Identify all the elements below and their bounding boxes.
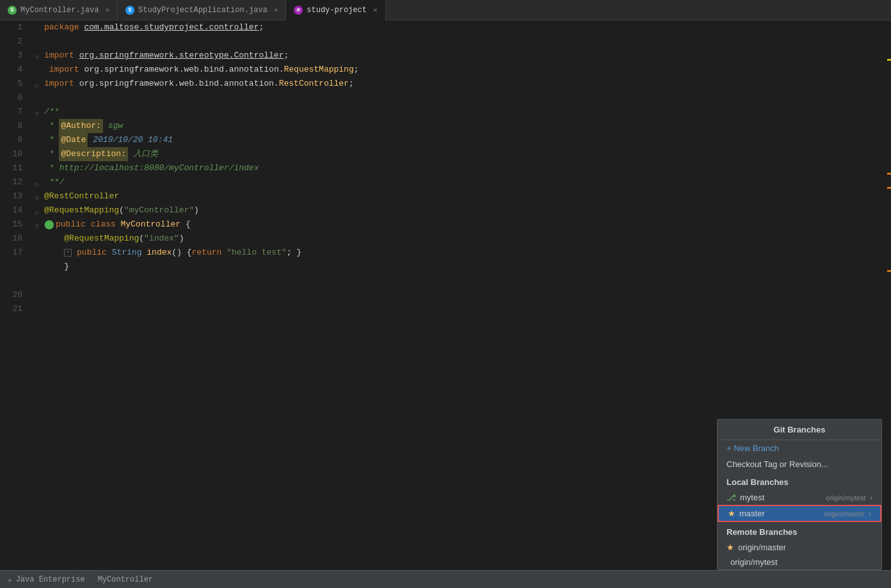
checkout-tag-button[interactable]: Checkout Tag or Revision... — [718, 456, 881, 472]
code-line-12: ▷ **/ — [35, 175, 882, 189]
code-line-10: * @Description: 入口类 — [35, 147, 882, 161]
tab-icon-m: m — [294, 6, 303, 15]
tab-bar: G MyController.java ✕ S StudyProjectAppl… — [0, 0, 891, 20]
status-bar: ☕ Java Enterprise MyController — [0, 570, 891, 588]
checkout-tag-label: Checkout Tag or Revision... — [726, 459, 828, 469]
remote-branch-origin-mytest[interactable]: origin/mytest — [718, 555, 881, 569]
tab-studyproject-label: StudyProjectApplication.java — [138, 6, 268, 15]
remote-branches-header: Remote Branches — [718, 522, 881, 540]
code-line-6 — [35, 91, 882, 105]
tab-study-project-label: study-project — [307, 6, 367, 15]
branch-master-arrow: › — [869, 509, 871, 518]
gutter-mark-1 — [887, 59, 891, 61]
code-line-3: ▽ import org.springframework.stereotype.… — [35, 49, 882, 63]
branch-mytest-arrow: › — [870, 493, 872, 502]
branch-master-remote: origin/master — [824, 510, 865, 518]
new-branch-label: + New Branch — [726, 443, 779, 453]
git-popup-title: Git Branches — [718, 420, 881, 440]
fold-9[interactable] — [35, 136, 44, 145]
code-line-21 — [35, 274, 882, 288]
code-line-9: * @Date 2019/10/20 10:41 — [35, 133, 882, 147]
branch-mytest-name: mytest — [740, 493, 822, 502]
tab-mycontroller-label: MyController.java — [20, 6, 99, 15]
tab-studyproject-close[interactable]: ✕ — [274, 6, 278, 14]
tab-mycontroller-close[interactable]: ✕ — [105, 6, 109, 14]
fold-20[interactable] — [35, 262, 44, 271]
branch-mytest-remote: origin/mytest — [826, 494, 865, 502]
gutter-mark-4 — [887, 270, 891, 272]
branch-master[interactable]: ★ master origin/master › — [718, 505, 881, 522]
java-enterprise-icon: ☕ — [8, 575, 12, 584]
fold-21[interactable] — [35, 276, 44, 285]
code-line-15: ▽ ⬤ public class MyController { — [35, 218, 882, 232]
java-enterprise-label: Java Enterprise — [16, 575, 85, 584]
fold-17[interactable] — [35, 248, 44, 257]
fold-13[interactable]: ▽ — [35, 192, 44, 201]
current-class-label: MyController — [98, 575, 153, 584]
fold-11[interactable] — [35, 164, 44, 173]
code-line-14: ▷ @RequestMapping("myController") — [35, 203, 882, 218]
run-icon[interactable]: ⬤ — [44, 219, 54, 230]
fold-5[interactable]: ▷ — [35, 79, 44, 88]
new-branch-button[interactable]: + New Branch — [718, 440, 881, 456]
gutter-mark-2 — [887, 173, 891, 175]
code-line-16: @RequestMapping("index") — [35, 232, 882, 246]
remote-master-star: ★ — [726, 543, 734, 552]
tab-studyproject-app[interactable]: S StudyProjectApplication.java ✕ — [118, 0, 286, 20]
code-line-7: ▽ /** — [35, 105, 882, 119]
code-line-2 — [35, 35, 882, 49]
expand-17[interactable]: + — [64, 249, 72, 257]
code-line-4: import org.springframework.web.bind.anno… — [35, 63, 882, 77]
code-line-13: ▽ @RestController — [35, 189, 882, 203]
code-line-11: * http://localhost:8080/myController/ind… — [35, 161, 882, 175]
fold-14[interactable]: ▷ — [35, 206, 44, 215]
fold-4[interactable] — [35, 65, 44, 74]
local-branches-label: Local Branches — [726, 477, 789, 487]
branch-master-name: master — [739, 509, 820, 518]
local-branches-header: Local Branches — [718, 472, 881, 490]
remote-branch-origin-master[interactable]: ★ origin/master — [718, 540, 881, 555]
remote-branches-label: Remote Branches — [726, 527, 798, 537]
tab-icon-g: G — [8, 6, 17, 15]
tab-study-project-close[interactable]: ✕ — [373, 6, 378, 14]
gutter-mark-3 — [887, 187, 891, 189]
branch-mytest[interactable]: ⎇ mytest origin/mytest › — [718, 490, 881, 505]
fold-12[interactable]: ▷ — [35, 178, 44, 187]
tab-icon-s: S — [125, 6, 134, 15]
fold-16[interactable] — [35, 234, 44, 243]
code-line-5: ▷ import org.springframework.web.bind.an… — [35, 77, 882, 91]
fold-7[interactable]: ▽ — [35, 107, 44, 116]
branch-master-star: ★ — [728, 509, 735, 518]
fold-1[interactable] — [35, 23, 44, 32]
tab-mycontroller[interactable]: G MyController.java ✕ — [0, 0, 118, 20]
tab-study-project[interactable]: m study-project ✕ — [286, 0, 385, 20]
right-gutter — [882, 20, 891, 570]
remote-mytest-name: origin/mytest — [730, 557, 872, 567]
branch-mytest-icon: ⎇ — [726, 493, 736, 502]
remote-master-name: origin/master — [738, 543, 872, 552]
git-branches-popup: Git Branches + New Branch Checkout Tag o… — [717, 419, 882, 570]
code-line-1: package com.maltose.studyproject.control… — [35, 20, 882, 35]
code-line-20: } — [35, 260, 882, 274]
code-line-17: + public String index() { return "hello … — [35, 246, 882, 260]
fold-10[interactable] — [35, 150, 44, 159]
code-line-8: * @Author: sgw — [35, 119, 882, 133]
line-numbers: 1 2 3 4 5 6 7 8 9 10 11 12 13 14 15 16 1… — [0, 20, 29, 570]
fold-8[interactable] — [35, 122, 44, 131]
fold-3[interactable]: ▽ — [35, 51, 44, 60]
fold-15[interactable]: ▽ — [35, 220, 44, 229]
